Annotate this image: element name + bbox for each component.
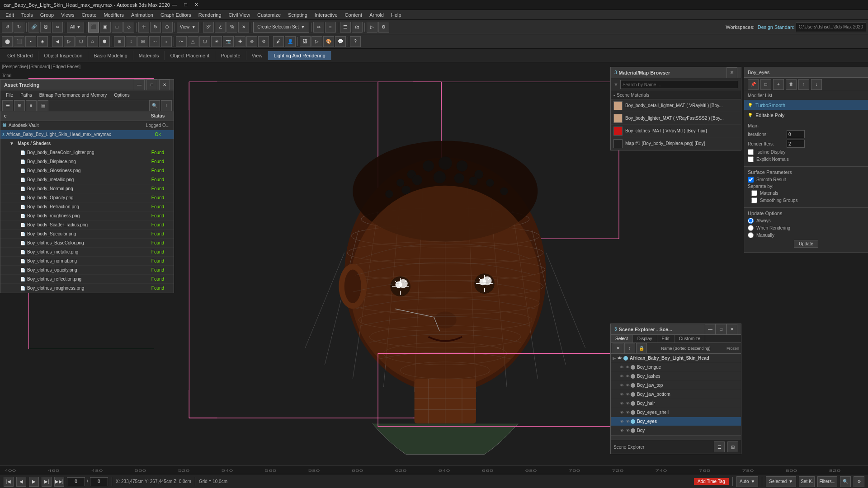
file-row[interactable]: 📄 Boy_clothes_reflection.png Found <box>0 275 174 284</box>
file-row[interactable]: 📄 Boy_body_Displace.png Found <box>0 157 174 166</box>
tab-lighting-and-rendering[interactable]: Lighting And Rendering <box>268 51 331 60</box>
tb2-paint[interactable]: 🖌 <box>273 36 284 47</box>
tb2-helpers[interactable]: ✚ <box>235 36 245 47</box>
close-button[interactable]: ✕ <box>193 2 200 8</box>
menu-item-civil-view[interactable]: Civil View <box>225 12 254 18</box>
move-button[interactable]: ✛ <box>138 22 149 33</box>
asset-tb2[interactable]: ⊞ <box>14 100 25 111</box>
menu-item-rendering[interactable]: Rendering <box>195 12 225 18</box>
asset-menu-file[interactable]: File <box>2 93 17 98</box>
undo-button[interactable]: ↺ <box>2 22 13 33</box>
mod-item-editable-poly[interactable]: 💡Editable Poly <box>744 110 868 120</box>
create-selection-button[interactable]: Create Selection Set ▼ <box>253 22 309 33</box>
bot-settings-btn[interactable]: ⚙ <box>854 476 864 487</box>
mp-delete-btn[interactable]: 🗑 <box>786 79 797 90</box>
mp-pin-btn[interactable]: 📌 <box>748 79 759 90</box>
file-row[interactable]: 📄 Boy_clothes_opacity.png Found <box>0 266 174 275</box>
se-tab-customize[interactable]: Customize <box>675 335 705 343</box>
mat-browser-close[interactable]: ✕ <box>726 67 737 78</box>
tb2-mirror[interactable]: ↕ <box>126 36 137 47</box>
tab-get-started[interactable]: Get Started <box>2 51 38 60</box>
align-button[interactable]: ≡ <box>325 22 336 33</box>
bind-button[interactable]: ∞ <box>52 22 63 33</box>
se-item[interactable]: 👁 👁 Boy_eyes <box>611 417 741 426</box>
tb2-btn5[interactable]: ◀ <box>52 36 63 47</box>
file-row[interactable]: 📄 Boy_clothes_BaseColor.png Found <box>0 239 174 248</box>
layer-manager-button[interactable]: ☰ <box>340 22 351 33</box>
manually-radio[interactable] <box>748 232 754 238</box>
add-tag-btn[interactable]: Add Time Tag <box>694 478 729 485</box>
asset-menu-options[interactable]: Options <box>110 93 133 98</box>
iterations-input[interactable] <box>787 130 805 138</box>
when-rendering-radio[interactable] <box>748 225 754 231</box>
menu-item-views[interactable]: Views <box>57 12 78 18</box>
asset-maximize[interactable]: □ <box>146 80 157 90</box>
tab-materials[interactable]: Materials <box>133 51 165 60</box>
mat-row[interactable]: Map #1 (Boy_body_Displace.png) [Boy] <box>611 137 741 150</box>
asset-tb3[interactable]: ≡ <box>26 100 37 111</box>
file-row[interactable]: 📄 Boy_clothes_normal.png Found <box>0 257 174 266</box>
anim-play-btn[interactable]: ▶ <box>29 477 39 487</box>
tb2-render-view[interactable]: 🖼 <box>300 36 311 47</box>
tb2-btn2[interactable]: ⬛ <box>14 36 24 47</box>
minimize-button[interactable]: — <box>170 2 179 8</box>
tb2-btn7[interactable]: ⬡ <box>75 36 86 47</box>
mat-row[interactable]: Boy_body_lighter_MAT ( VRayFastSSS2 ) [B… <box>611 112 741 125</box>
render-setup-button[interactable]: ⚙ <box>378 22 389 33</box>
se-lock-btn[interactable]: 🔒 <box>636 343 647 354</box>
tab-populate[interactable]: Populate <box>215 51 246 60</box>
tab-object-placement[interactable]: Object Placement <box>165 51 215 60</box>
always-radio[interactable] <box>748 218 754 224</box>
file-row[interactable]: 📄 Boy_body_Opacity.png Found <box>0 193 174 202</box>
isoline-checkbox[interactable] <box>748 149 754 155</box>
asset-tb6[interactable]: ↑ <box>161 100 172 111</box>
mp-move-down-btn[interactable]: ↓ <box>811 79 822 90</box>
main-file-row[interactable]: 3 African_Baby_Boy_Light_Skin_Head_max_v… <box>0 130 174 139</box>
tb2-systems[interactable]: ⚙ <box>258 36 269 47</box>
se-item[interactable]: 👁 👁 Boy_eyes_shell <box>611 408 741 417</box>
mod-item-turbosmooth[interactable]: 💡TurboSmooth <box>744 100 868 110</box>
tb2-render-message[interactable]: 💬 <box>335 36 346 47</box>
tab-object-inspection[interactable]: Object Inspection <box>38 51 88 60</box>
se-sort-btn[interactable]: ↕ <box>624 343 635 354</box>
link-button[interactable]: 🔗 <box>28 22 39 33</box>
mp-add-btn[interactable]: + <box>773 79 784 90</box>
surface-params-title[interactable]: Surface Parameters <box>748 169 864 175</box>
end-frame-input[interactable] <box>90 477 108 486</box>
asset-tb1[interactable]: ☰ <box>2 100 13 111</box>
render-iters-input[interactable] <box>787 140 805 148</box>
tb2-snap[interactable]: ⊞ <box>114 36 125 47</box>
se-tab-select[interactable]: Select <box>611 335 633 343</box>
asset-menu-bitmap-performance-and-memory[interactable]: Bitmap Performance and Memory <box>36 93 111 98</box>
tb2-shapes[interactable]: △ <box>188 36 198 47</box>
tb2-btn1[interactable]: ⬤ <box>2 36 13 47</box>
update-options-title[interactable]: Update Options <box>748 211 864 216</box>
fps-dropdown[interactable]: Auto ▼ <box>736 476 758 487</box>
select-rect-button[interactable]: □ <box>112 22 123 33</box>
mat-row[interactable]: Boy_body_detail_lighter_MAT ( VRayMtl ) … <box>611 99 741 112</box>
vault-row[interactable]: 🏛 Autodesk Vault Logged O... <box>0 121 174 130</box>
menu-item-content[interactable]: Content <box>341 12 366 18</box>
anim-prev-btn[interactable]: ◀ <box>16 477 26 487</box>
asset-menu-paths[interactable]: Paths <box>17 93 36 98</box>
scale-button[interactable]: ⬡ <box>162 22 173 33</box>
filter-icon-btn[interactable]: 🔍 <box>840 476 851 487</box>
tb2-btn3[interactable]: ▪ <box>25 36 36 47</box>
tb2-populate[interactable]: 👤 <box>285 36 296 47</box>
se-minimize[interactable]: — <box>705 324 716 335</box>
se-footer-btn2[interactable]: ⊞ <box>727 441 738 452</box>
file-row[interactable]: 📄 Boy_body_roughness.png Found <box>0 211 174 221</box>
tb2-array[interactable]: ⊞ <box>137 36 148 47</box>
se-item[interactable]: 👁 👁 Boy <box>611 426 741 435</box>
se-item[interactable]: ▶ 👁 African_Baby_Boy_Light_Skin_Head <box>611 354 741 363</box>
se-item[interactable]: 👁 👁 Boy_hair <box>611 399 741 408</box>
redo-button[interactable]: ↻ <box>14 22 24 33</box>
unlink-button[interactable]: ⛓ <box>40 22 51 33</box>
materials-checkbox[interactable] <box>751 190 757 196</box>
tb2-btn8[interactable]: ⌂ <box>87 36 98 47</box>
file-row[interactable]: 📄 Boy_body_Glossiness.png Found <box>0 166 174 175</box>
main-section-title[interactable]: Main <box>748 123 864 128</box>
smoothing-groups-checkbox[interactable] <box>751 197 757 203</box>
se-item[interactable]: 👁 👁 Boy_jaw_bottom <box>611 390 741 399</box>
filter-dropdown[interactable]: All ▼ <box>67 22 84 33</box>
